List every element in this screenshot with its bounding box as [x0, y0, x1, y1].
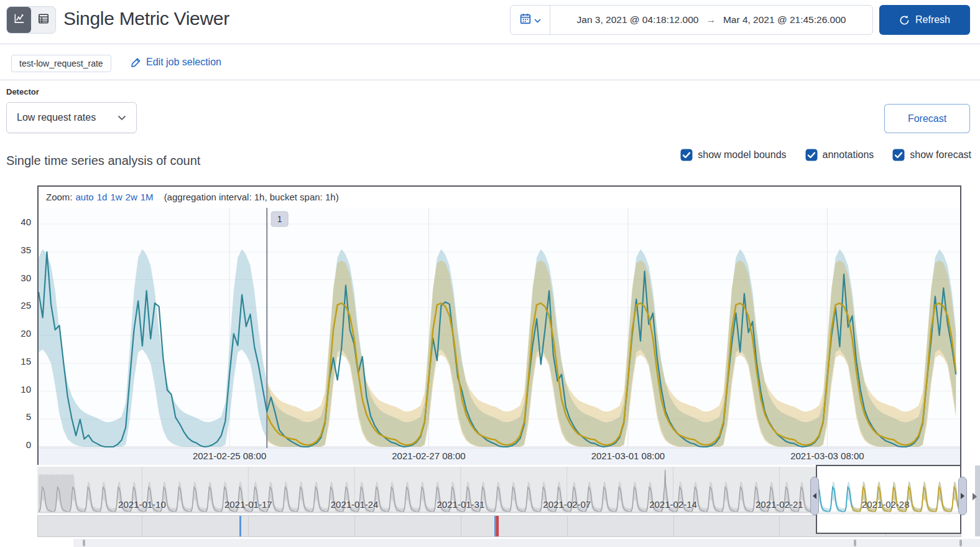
y-axis-tick-5: 5 [5, 411, 31, 422]
calendar-icon [520, 13, 531, 27]
refresh-icon [899, 15, 910, 26]
swimlane-cell-divider [142, 516, 142, 536]
swimlane-cell-divider [461, 516, 461, 536]
checkbox-label: show forecast [910, 149, 971, 161]
brush-handle-right[interactable] [958, 477, 967, 515]
svg-text:2021-03-01 08:00: 2021-03-01 08:00 [591, 451, 665, 461]
single-metric-viewer-page: Single Metric Viewer Jan 3, 2021 @ 04:18… [0, 0, 980, 547]
table-icon [37, 12, 50, 27]
strip-handle[interactable] [83, 540, 85, 546]
y-axis-tick-30: 30 [5, 273, 31, 283]
zoom-link-1M[interactable]: 1M [141, 192, 154, 202]
refresh-button[interactable]: Refresh [879, 5, 970, 35]
y-axis-tick-0: 0 [5, 439, 31, 450]
main-time-series-chart[interactable]: Zoom:auto1d1w2w1M(aggregation interval: … [37, 185, 961, 465]
start-date-button[interactable]: Jan 3, 2021 @ 04:18:12.000 [577, 14, 699, 26]
brush-mini-chart [817, 466, 960, 515]
zoom-link-1w[interactable]: 1w [110, 192, 122, 202]
y-axis-tick-40: 40 [5, 217, 31, 227]
header-divider [0, 44, 980, 44]
swimlane-cell-divider [673, 516, 674, 536]
bottom-strip [73, 539, 980, 547]
line-chart-icon [13, 12, 25, 27]
pencil-icon [131, 57, 141, 68]
edit-job-selection-label: Edit job selection [146, 57, 221, 68]
y-axis-tick-25: 25 [5, 300, 31, 311]
zoom-prefix: Zoom: [46, 192, 73, 202]
checkbox-annotations[interactable]: annotations [805, 149, 874, 161]
chevron-down-icon [534, 14, 541, 26]
page-title: Single Metric Viewer [63, 8, 229, 29]
svg-text:2021-03-03 08:00: 2021-03-03 08:00 [790, 451, 864, 461]
swimlane-cell-divider [779, 516, 780, 536]
date-range-arrow-icon: → [706, 14, 716, 26]
swimlane-cell-divider [354, 516, 355, 536]
strip-handle[interactable] [854, 540, 856, 546]
checkbox-checked-icon [805, 149, 818, 161]
checkbox-label: show model bounds [698, 149, 786, 161]
triangle-left-icon [813, 493, 816, 499]
right-scroll-strip[interactable] [975, 465, 980, 536]
y-axis-tick-20: 20 [5, 328, 31, 339]
y-axis-tick-15: 15 [5, 356, 31, 367]
scroll-right-arrow-icon [973, 493, 977, 500]
checkbox-show-model-bounds[interactable]: show model bounds [680, 149, 786, 161]
checkbox-checked-icon [680, 149, 693, 161]
svg-text:2021-02-25 08:00: 2021-02-25 08:00 [193, 451, 266, 461]
chevron-down-icon [118, 115, 126, 121]
brush-handle-left[interactable] [810, 477, 819, 515]
svg-text:1: 1 [277, 214, 282, 224]
detector-select[interactable]: Low request rates [6, 102, 137, 133]
refresh-button-label: Refresh [915, 14, 950, 26]
checkbox-checked-icon [892, 149, 905, 161]
view-toggle-group [6, 6, 56, 34]
detector-label: Detector [6, 87, 39, 96]
time-range-picker: Jan 3, 2021 @ 04:18:12.000 → Mar 4, 2021… [510, 5, 873, 35]
analysis-heading: Single time series analysis of count [6, 154, 200, 168]
zoom-link-1d[interactable]: 1d [97, 192, 108, 202]
annotation-marker-red[interactable] [496, 516, 499, 536]
chart-options-row: show model boundsannotationsshow forecas… [680, 149, 971, 161]
swimlane-cell-divider [248, 516, 249, 536]
checkbox-show-forecast[interactable]: show forecast [892, 149, 971, 161]
svg-text:2021-02-27 08:00: 2021-02-27 08:00 [392, 451, 465, 461]
forecast-button[interactable]: Forecast [884, 104, 970, 133]
detector-selected-value: Low request rates [17, 112, 96, 123]
edit-job-selection-link[interactable]: Edit job selection [131, 57, 221, 68]
date-picker-quick-menu-button[interactable] [511, 6, 550, 34]
end-date-button[interactable]: Mar 4, 2021 @ 21:45:26.000 [723, 14, 846, 26]
checkbox-label: annotations [823, 149, 874, 161]
y-axis-tick-10: 10 [5, 384, 31, 395]
anomaly-explorer-toggle[interactable] [31, 7, 55, 33]
annotation-marker-blue[interactable] [494, 516, 496, 536]
time-selection-brush[interactable] [816, 465, 961, 534]
zoom-bar: Zoom:auto1d1w2w1M(aggregation interval: … [39, 187, 960, 207]
triangle-right-icon [961, 493, 964, 499]
annotation-marker-blue[interactable] [239, 516, 241, 536]
job-row-divider [0, 80, 980, 80]
main-chart-svg[interactable]: 12021-02-25 08:002021-02-27 08:002021-03… [39, 208, 960, 465]
job-id-badge: test-low_request_rate [11, 55, 111, 72]
zoom-link-auto[interactable]: auto [76, 192, 94, 202]
strip-handle[interactable] [959, 540, 962, 546]
y-axis-tick-35: 35 [5, 245, 31, 255]
zoom-aggregation-info: (aggregation interval: 1h, bucket span: … [164, 192, 339, 202]
zoom-link-2w[interactable]: 2w [126, 192, 137, 202]
single-metric-viewer-toggle[interactable] [7, 7, 31, 33]
swimlane-cell-divider [567, 516, 568, 536]
brush-inner-divider [817, 513, 960, 514]
